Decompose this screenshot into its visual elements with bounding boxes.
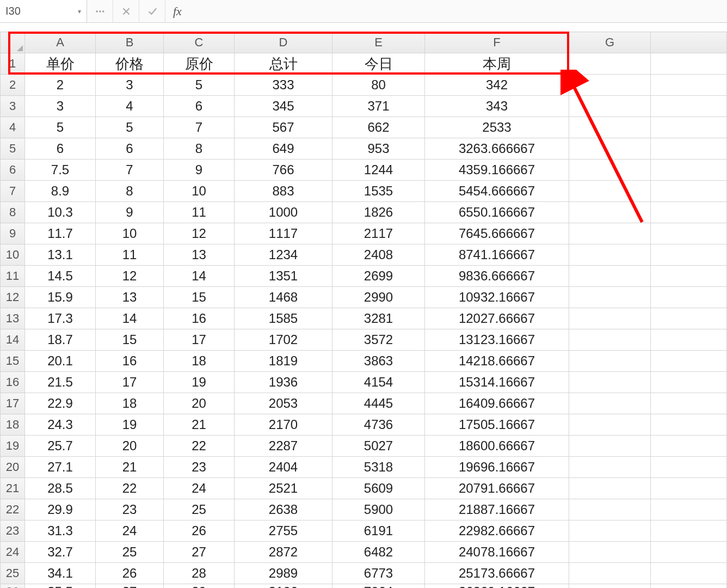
cell[interactable]: [569, 75, 651, 96]
cell[interactable]: 价格: [96, 53, 164, 75]
cell[interactable]: 18600.66667: [425, 436, 569, 457]
cell[interactable]: 20.1: [25, 351, 96, 372]
cell[interactable]: 27: [164, 542, 235, 563]
cell[interactable]: 15.9: [25, 287, 96, 308]
cell[interactable]: 2755: [235, 520, 332, 542]
cell[interactable]: [569, 244, 651, 266]
cell[interactable]: 13.1: [25, 244, 96, 266]
cell[interactable]: [569, 202, 651, 223]
column-header-A[interactable]: A: [25, 32, 96, 53]
cell[interactable]: 27.1: [25, 457, 96, 478]
cell[interactable]: 371: [332, 96, 425, 117]
cell[interactable]: 5: [25, 117, 96, 138]
cell[interactable]: [651, 308, 727, 329]
column-header-D[interactable]: D: [235, 32, 332, 53]
cell[interactable]: [569, 223, 651, 244]
cell[interactable]: 649: [235, 138, 332, 160]
cell[interactable]: 28: [164, 563, 235, 584]
cell[interactable]: [651, 457, 727, 478]
cell[interactable]: 2404: [235, 457, 332, 478]
cell[interactable]: 6191: [332, 520, 425, 542]
row-header-22[interactable]: 22: [1, 499, 25, 520]
cell[interactable]: 3572: [332, 329, 425, 351]
cell[interactable]: 23: [96, 499, 164, 520]
cell[interactable]: 15: [96, 329, 164, 351]
row-header-26[interactable]: 26: [1, 584, 25, 589]
row-header-10[interactable]: 10: [1, 244, 25, 266]
cell[interactable]: 25.7: [25, 436, 96, 457]
cell[interactable]: 10: [96, 223, 164, 244]
cell[interactable]: 7.5: [25, 160, 96, 181]
cell[interactable]: 23: [164, 457, 235, 478]
cell[interactable]: 6773: [332, 563, 425, 584]
cell[interactable]: 3281: [332, 308, 425, 329]
cell[interactable]: [651, 584, 727, 589]
cell[interactable]: [569, 53, 651, 75]
cell[interactable]: 11: [164, 202, 235, 223]
cell[interactable]: 19: [164, 372, 235, 393]
cell[interactable]: 2638: [235, 499, 332, 520]
cell[interactable]: 1117: [235, 223, 332, 244]
cell[interactable]: 343: [425, 96, 569, 117]
cell[interactable]: 11.7: [25, 223, 96, 244]
cell[interactable]: 5: [96, 117, 164, 138]
cell[interactable]: 3106: [235, 584, 332, 589]
cell[interactable]: 14: [96, 308, 164, 329]
cell[interactable]: 18: [164, 351, 235, 372]
cell[interactable]: 14: [164, 266, 235, 287]
cell[interactable]: [569, 372, 651, 393]
cell[interactable]: 2408: [332, 244, 425, 266]
cell[interactable]: 5609: [332, 478, 425, 499]
row-header-6[interactable]: 6: [1, 160, 25, 181]
name-box-dropdown-icon[interactable]: ▾: [78, 8, 81, 15]
cell[interactable]: 34.1: [25, 563, 96, 584]
cell[interactable]: 6550.166667: [425, 202, 569, 223]
cell[interactable]: 13: [164, 244, 235, 266]
cell[interactable]: [651, 436, 727, 457]
cell[interactable]: [569, 542, 651, 563]
row-header-21[interactable]: 21: [1, 478, 25, 499]
cell[interactable]: 11: [96, 244, 164, 266]
cell[interactable]: 5900: [332, 499, 425, 520]
cell[interactable]: [651, 520, 727, 542]
cell[interactable]: 2533: [425, 117, 569, 138]
cell[interactable]: 12: [96, 266, 164, 287]
cell[interactable]: 17: [164, 329, 235, 351]
cell[interactable]: 4445: [332, 393, 425, 414]
cell[interactable]: 17505.16667: [425, 414, 569, 436]
cell[interactable]: 35.5: [25, 584, 96, 589]
cell[interactable]: 25: [96, 542, 164, 563]
row-header-18[interactable]: 18: [1, 414, 25, 436]
cell[interactable]: 8: [164, 138, 235, 160]
cell[interactable]: 18: [96, 393, 164, 414]
cell[interactable]: 24.3: [25, 414, 96, 436]
cell[interactable]: 19696.16667: [425, 457, 569, 478]
cell[interactable]: 21: [164, 414, 235, 436]
cell[interactable]: 22982.66667: [425, 520, 569, 542]
cell[interactable]: 14.5: [25, 266, 96, 287]
cell[interactable]: 10.3: [25, 202, 96, 223]
row-header-2[interactable]: 2: [1, 75, 25, 96]
cell[interactable]: 12027.66667: [425, 308, 569, 329]
cancel-formula-button[interactable]: [113, 0, 139, 22]
cell[interactable]: [651, 287, 727, 308]
cell[interactable]: 24078.16667: [425, 542, 569, 563]
cell[interactable]: 342: [425, 75, 569, 96]
cell[interactable]: 1244: [332, 160, 425, 181]
cell[interactable]: 本周: [425, 53, 569, 75]
cell[interactable]: 3863: [332, 351, 425, 372]
cell[interactable]: [569, 329, 651, 351]
cell[interactable]: 6482: [332, 542, 425, 563]
row-header-7[interactable]: 7: [1, 181, 25, 202]
cell[interactable]: [569, 393, 651, 414]
cell[interactable]: 4359.166667: [425, 160, 569, 181]
function-menu-button[interactable]: [87, 0, 113, 22]
cell[interactable]: 10932.16667: [425, 287, 569, 308]
cell[interactable]: 32.7: [25, 542, 96, 563]
cell[interactable]: 1826: [332, 202, 425, 223]
cell[interactable]: 单价: [25, 53, 96, 75]
row-header-16[interactable]: 16: [1, 372, 25, 393]
cell[interactable]: [651, 563, 727, 584]
row-header-5[interactable]: 5: [1, 138, 25, 160]
row-header-15[interactable]: 15: [1, 351, 25, 372]
